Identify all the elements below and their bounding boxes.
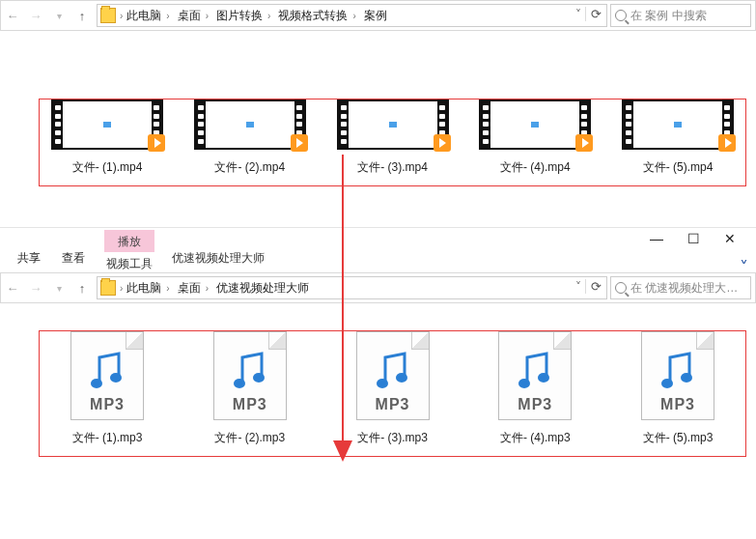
explorer-window-source: ← → ▾ ↑ › 此电脑› 桌面› 图片转换› 视频格式转换› 案例 ˅ ⟳ … (0, 0, 756, 198)
window-title: 优速视频处理大师 (172, 250, 265, 272)
play-tab-label: 播放 (104, 230, 154, 252)
close-button[interactable]: ✕ (723, 232, 737, 245)
video-thumbnail (337, 99, 449, 150)
address-dropdown-icon[interactable]: ˅ (575, 8, 581, 21)
play-icon (434, 134, 451, 152)
selection-highlight-box: MP3 文件- (1).mp3 MP3 文件- (2).mp3 MP3 文件- … (39, 330, 746, 457)
mp3-file-icon: MP3 (70, 331, 144, 420)
svg-point-1 (110, 373, 122, 383)
file-item[interactable]: 文件- (3).mp4 (329, 99, 457, 176)
breadcrumb-bar[interactable]: › 此电脑› 桌面› 优速视频处理大师 ˅ ⟳ (97, 276, 607, 299)
address-bar-row: ← → ▾ ↑ › 此电脑› 桌面› 优速视频处理大师 ˅ ⟳ 在 优速视频处理… (0, 272, 756, 303)
address-dropdown-icon[interactable]: ˅ (575, 280, 581, 294)
selection-highlight-box: 文件- (1).mp4 文件- (2).mp4 文件- (3).mp4 文件- … (39, 99, 746, 186)
mp3-file-icon: MP3 (498, 331, 572, 420)
file-grid: MP3 文件- (1).mp3 MP3 文件- (2).mp3 MP3 文件- … (0, 303, 756, 468)
file-label: 文件- (5).mp3 (643, 430, 714, 446)
file-item[interactable]: MP3 文件- (5).mp3 (614, 331, 742, 446)
play-icon (575, 134, 593, 152)
svg-point-2 (234, 379, 245, 388)
file-label: 文件- (1).mp3 (72, 430, 143, 446)
svg-point-5 (396, 373, 407, 383)
svg-point-9 (681, 373, 692, 383)
svg-point-4 (377, 379, 388, 388)
file-item[interactable]: 文件- (5).mp4 (614, 99, 742, 176)
nav-up-button[interactable]: ↑ (70, 273, 94, 302)
explorer-window-target: 共享 查看 播放 视频工具 优速视频处理大师 — ☐ ✕ ˅ ← → ▾ ↑ ›… (0, 227, 756, 468)
file-item[interactable]: MP3 文件- (1).mp3 (43, 331, 171, 446)
minimize-button[interactable]: — (650, 232, 663, 245)
breadcrumb-item[interactable]: 案例 (360, 8, 391, 24)
address-bar-row: ← → ▾ ↑ › 此电脑› 桌面› 图片转换› 视频格式转换› 案例 ˅ ⟳ … (0, 0, 756, 31)
mp3-file-icon: MP3 (213, 331, 287, 420)
play-sub-label: 视频工具 (106, 254, 153, 272)
breadcrumb-item[interactable]: 视频格式转换› (274, 8, 359, 24)
folder-icon (100, 280, 116, 296)
file-item[interactable]: MP3 文件- (4).mp3 (471, 331, 599, 446)
file-label: 文件- (4).mp3 (500, 430, 571, 446)
mp3-file-icon: MP3 (641, 331, 714, 420)
file-label: 文件- (1).mp4 (72, 159, 143, 176)
breadcrumb-item[interactable]: 桌面› (174, 280, 212, 297)
breadcrumb-item[interactable]: 此电脑› (123, 280, 173, 297)
play-icon (291, 134, 308, 152)
svg-point-7 (538, 373, 549, 383)
svg-point-3 (253, 373, 265, 383)
recent-dropdown-icon[interactable]: ▾ (47, 1, 70, 30)
search-placeholder: 在 优速视频处理大… (630, 280, 738, 297)
breadcrumb-item[interactable]: 此电脑› (123, 8, 173, 24)
nav-forward-button[interactable]: → (24, 1, 47, 30)
breadcrumb-item[interactable]: 图片转换› (212, 8, 274, 24)
recent-dropdown-icon[interactable]: ▾ (47, 273, 70, 302)
file-grid: 文件- (1).mp4 文件- (2).mp4 文件- (3).mp4 文件- … (0, 31, 756, 198)
mp3-file-icon: MP3 (356, 331, 430, 420)
refresh-button[interactable]: ⟳ (585, 279, 602, 294)
svg-point-0 (91, 379, 102, 388)
video-thumbnail (194, 99, 306, 150)
video-thumbnail (479, 99, 591, 150)
file-label: 文件- (2).mp4 (214, 159, 285, 176)
video-thumbnail (622, 99, 734, 150)
file-label: 文件- (3).mp4 (357, 159, 428, 176)
tab-view[interactable]: 查看 (60, 244, 87, 272)
search-input[interactable]: 在 优速视频处理大… (610, 276, 751, 299)
file-label: 文件- (2).mp3 (214, 430, 285, 446)
file-item[interactable]: 文件- (2).mp4 (186, 99, 314, 176)
search-input[interactable]: 在 案例 中搜索 (610, 4, 751, 27)
video-thumbnail (51, 99, 163, 150)
play-icon (718, 134, 736, 152)
nav-back-button[interactable]: ← (1, 273, 24, 302)
file-item[interactable]: 文件- (4).mp4 (471, 99, 599, 176)
file-item[interactable]: 文件- (1).mp4 (43, 99, 171, 176)
breadcrumb-item[interactable]: 优速视频处理大师 (212, 280, 313, 297)
nav-forward-button[interactable]: → (24, 273, 47, 302)
file-label: 文件- (5).mp4 (643, 159, 714, 176)
search-icon (615, 10, 627, 21)
tab-share[interactable]: 共享 (15, 244, 42, 272)
svg-point-8 (661, 379, 673, 388)
ribbon-expand-icon[interactable]: ˅ (740, 257, 748, 278)
folder-icon (100, 8, 116, 23)
search-placeholder: 在 案例 中搜索 (630, 8, 707, 24)
nav-up-button[interactable]: ↑ (70, 1, 94, 30)
breadcrumb-item[interactable]: 桌面› (174, 8, 212, 24)
file-label: 文件- (3).mp3 (357, 430, 428, 446)
file-item[interactable]: MP3 文件- (3).mp3 (329, 331, 457, 446)
search-icon (615, 282, 627, 294)
nav-back-button[interactable]: ← (1, 1, 24, 30)
ribbon-tabs: 共享 查看 播放 视频工具 优速视频处理大师 — ☐ ✕ ˅ (0, 228, 756, 272)
refresh-button[interactable]: ⟳ (585, 7, 602, 21)
play-icon (148, 134, 165, 152)
file-item[interactable]: MP3 文件- (2).mp3 (186, 331, 314, 446)
file-label: 文件- (4).mp4 (500, 159, 571, 176)
tab-video-tools[interactable]: 播放 视频工具 (104, 230, 154, 272)
breadcrumb-bar[interactable]: › 此电脑› 桌面› 图片转换› 视频格式转换› 案例 ˅ ⟳ (97, 4, 607, 27)
svg-point-6 (518, 379, 530, 388)
maximize-button[interactable]: ☐ (686, 232, 700, 245)
